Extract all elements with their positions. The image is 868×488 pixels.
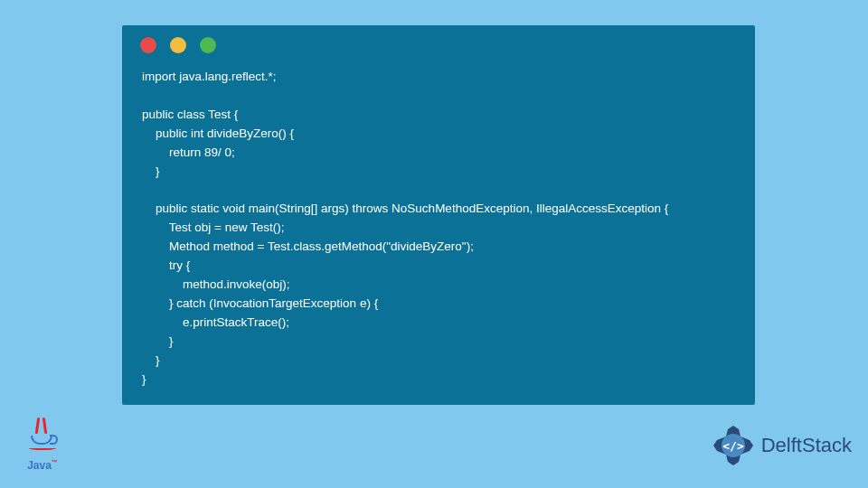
- code-line: } catch (InvocationTargetException e) {: [142, 296, 378, 310]
- java-cup-icon: [24, 418, 61, 455]
- code-line: import java.lang.reflect.*;: [142, 70, 277, 83]
- code-line: }: [142, 164, 160, 178]
- code-line: try {: [142, 258, 190, 272]
- code-line: }: [142, 334, 174, 348]
- maximize-icon[interactable]: [200, 37, 216, 53]
- java-logo-text: Java™: [20, 459, 65, 472]
- code-line: method.invoke(obj);: [142, 277, 290, 291]
- svg-text:</>: </>: [722, 439, 744, 453]
- code-line: Method method = Test.class.getMethod("di…: [142, 239, 474, 253]
- close-icon[interactable]: [140, 37, 156, 53]
- delftstack-text: DelftStack: [761, 434, 852, 457]
- code-line: Test obj = new Test();: [142, 221, 284, 234]
- code-line: }: [142, 353, 160, 367]
- java-word: Java: [27, 459, 52, 472]
- delftstack-logo: </> DelftStack: [711, 423, 852, 468]
- code-window: import java.lang.reflect.*; public class…: [122, 25, 755, 405]
- minimize-icon[interactable]: [170, 37, 186, 53]
- java-tm: ™: [52, 459, 58, 465]
- window-controls: [122, 25, 755, 61]
- delftstack-icon: </>: [711, 423, 756, 468]
- code-line: }: [142, 372, 146, 386]
- code-line: public int divideByZero() {: [142, 127, 294, 140]
- code-line: public class Test {: [142, 108, 238, 121]
- code-line: return 89/ 0;: [142, 145, 235, 159]
- code-line: public static void main(String[] args) t…: [142, 202, 668, 215]
- code-block: import java.lang.reflect.*; public class…: [122, 61, 755, 408]
- code-line: e.printStackTrace();: [142, 315, 289, 329]
- java-logo: Java™: [20, 418, 65, 472]
